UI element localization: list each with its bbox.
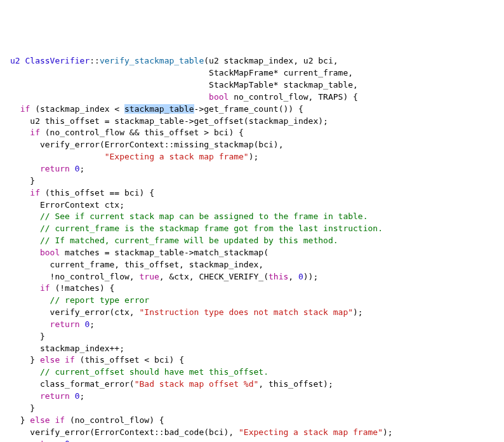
- kw-bool: bool: [10, 248, 60, 257]
- code-block: u2 ClassVerifier::verify_stackmap_table(…: [10, 55, 494, 442]
- t: (no_control_flow && this_offset > bci) {: [40, 128, 244, 137]
- num: 0: [60, 439, 70, 442]
- fn-name: verify_stackmap_table: [100, 56, 204, 65]
- kw-return: return: [10, 439, 60, 442]
- kw-if: if: [10, 128, 40, 137]
- t: verify_error(ctx,: [10, 307, 140, 317]
- kw-if: if: [10, 104, 30, 114]
- string-literal: "Expecting a stack map frame": [239, 427, 383, 437]
- t: ;: [70, 439, 75, 442]
- t: (!matches) {: [50, 283, 115, 293]
- t: (no_control_flow) {: [65, 415, 164, 425]
- sig-p3: StackMapTable* stackmap_table,: [209, 80, 358, 90]
- t: , &ctx, CHECK_VERIFY_(: [159, 272, 269, 281]
- kw-else-if: else if: [40, 355, 75, 365]
- sig-p4-pre: bool: [209, 92, 229, 102]
- t: matches = stackmap_table->match_stackmap…: [60, 248, 269, 257]
- brace: }: [10, 332, 45, 341]
- comment: // If matched, current_frame will be upd…: [10, 236, 338, 245]
- t: (this_offset == bci) {: [40, 188, 154, 198]
- sig-p1: (u2 stackmap_index, u2 bci,: [204, 56, 338, 65]
- t: ;: [80, 391, 85, 401]
- kw-return: return: [10, 391, 70, 401]
- comment: // current_frame is the stackmap frame g…: [10, 224, 383, 233]
- kw-return: return: [10, 164, 70, 173]
- code-line: ErrorContext ctx;: [10, 200, 124, 210]
- string-literal: "Bad stack map offset %d": [135, 379, 259, 389]
- num: 0: [298, 272, 303, 281]
- t: (stackmap_index <: [30, 104, 124, 114]
- kw-if: if: [10, 283, 50, 293]
- ret-type: u2: [10, 56, 20, 65]
- t: !no_control_flow,: [10, 272, 140, 281]
- code-line: u2 this_offset = stackmap_table->get_off…: [10, 116, 328, 126]
- kw-return: return: [10, 319, 80, 329]
- t: );: [353, 307, 363, 317]
- string-literal: "Instruction type does not match stack m…: [140, 307, 354, 317]
- sig-p4-post: no_control_flow, TRAPS) {: [229, 92, 358, 102]
- code-line: stackmap_index++;: [10, 344, 124, 353]
- kw-this: this: [269, 272, 288, 281]
- comment: // current_offset should have met this_o…: [10, 367, 269, 377]
- num: 0: [70, 164, 80, 173]
- num: 0: [70, 391, 80, 401]
- t: ,: [288, 272, 298, 281]
- t: ->get_frame_count()) {: [194, 104, 303, 114]
- brace: }: [10, 176, 35, 185]
- brace: }: [10, 403, 35, 413]
- t: class_format_error(: [10, 379, 135, 389]
- t: verify_error(ErrorContext::missing_stack…: [10, 140, 283, 149]
- t: ;: [90, 319, 95, 329]
- comment: // report type error: [10, 295, 149, 305]
- t: , this_offset);: [258, 379, 333, 389]
- t: ));: [303, 272, 318, 281]
- t: (this_offset < bci) {: [75, 355, 184, 365]
- comment: // See if current stack map can be assig…: [10, 211, 368, 221]
- kw-else-if: else if: [30, 415, 65, 425]
- t: verify_error(ErrorContext::bad_code(bci)…: [10, 427, 239, 437]
- class-name: ClassVerifier: [25, 56, 90, 65]
- t: ;: [80, 164, 85, 173]
- t: }: [10, 355, 40, 365]
- t: }: [10, 415, 30, 425]
- t: );: [249, 152, 259, 161]
- code-line: current_frame, this_offset, stackmap_ind…: [10, 260, 263, 269]
- num: 0: [80, 319, 90, 329]
- kw-true: true: [140, 272, 159, 281]
- t: );: [383, 427, 393, 437]
- kw-if: if: [10, 188, 40, 198]
- highlighted-text: stackmap_table: [124, 104, 194, 114]
- sig-p2: StackMapFrame* current_frame,: [209, 68, 353, 77]
- string-literal: "Expecting a stack map frame": [105, 152, 249, 161]
